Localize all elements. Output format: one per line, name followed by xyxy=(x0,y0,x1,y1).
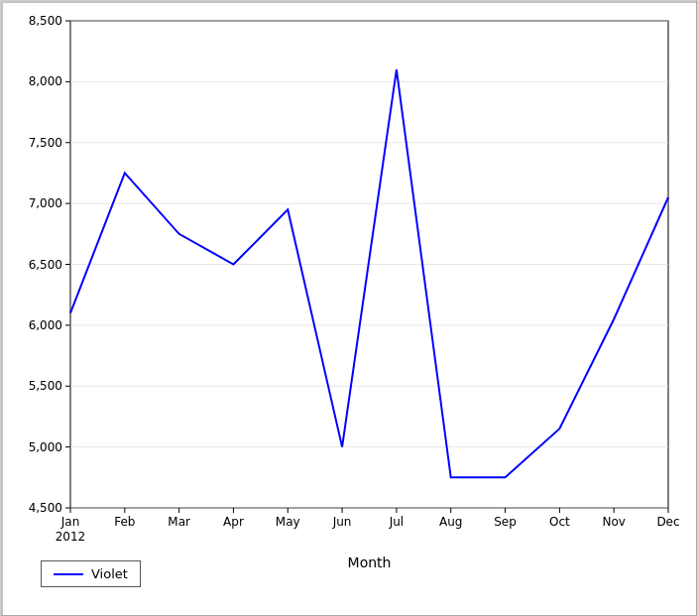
svg-text:5,500: 5,500 xyxy=(29,379,62,393)
svg-text:5,000: 5,000 xyxy=(29,440,62,454)
svg-text:Oct: Oct xyxy=(549,515,570,529)
svg-text:6,500: 6,500 xyxy=(29,258,62,272)
chart-container: 4,5005,0005,5006,0006,5007,0007,5008,000… xyxy=(0,0,697,616)
svg-text:Aug: Aug xyxy=(439,515,462,529)
svg-text:6,000: 6,000 xyxy=(29,318,62,332)
chart-svg: 4,5005,0005,5006,0006,5007,0007,5008,000… xyxy=(1,1,697,616)
svg-text:4,500: 4,500 xyxy=(29,501,62,515)
legend-line-violet xyxy=(54,573,83,575)
svg-text:Dec: Dec xyxy=(656,515,679,529)
svg-text:Jan: Jan xyxy=(60,515,80,529)
svg-text:Jun: Jun xyxy=(332,515,352,529)
svg-text:May: May xyxy=(276,515,300,529)
svg-text:Apr: Apr xyxy=(223,515,244,529)
svg-text:2012: 2012 xyxy=(56,530,86,544)
svg-text:Jul: Jul xyxy=(389,515,404,529)
legend-box: Violet xyxy=(41,560,141,587)
svg-text:7,000: 7,000 xyxy=(29,196,62,210)
legend-label-violet: Violet xyxy=(91,566,128,581)
svg-text:7,500: 7,500 xyxy=(29,136,62,150)
svg-text:Feb: Feb xyxy=(114,515,135,529)
svg-text:Nov: Nov xyxy=(602,515,625,529)
svg-text:8,000: 8,000 xyxy=(29,74,62,88)
svg-text:Mar: Mar xyxy=(168,515,190,529)
svg-text:8,500: 8,500 xyxy=(29,14,62,28)
svg-text:Sep: Sep xyxy=(494,515,517,529)
svg-text:Month: Month xyxy=(348,554,392,570)
